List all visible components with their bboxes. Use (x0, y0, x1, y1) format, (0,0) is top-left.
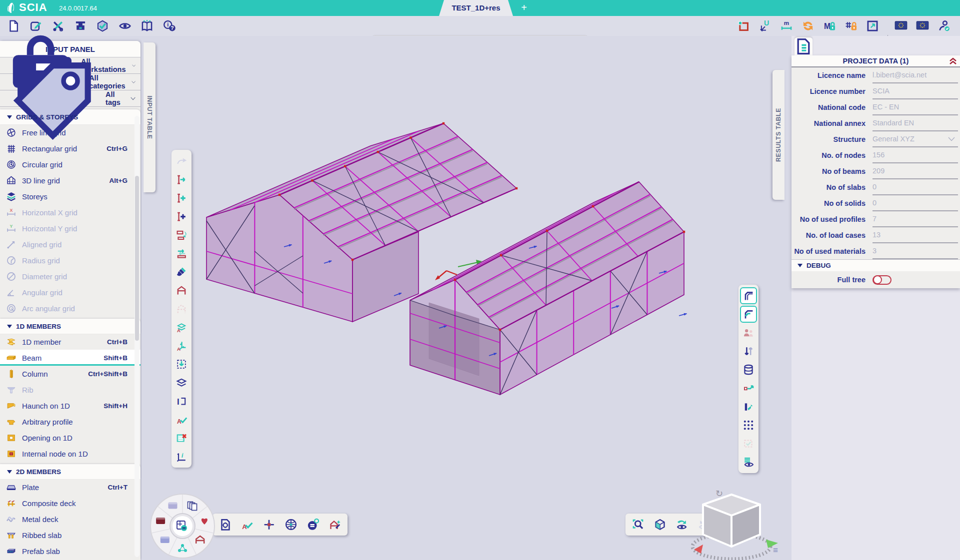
dots-grid-icon (742, 419, 754, 431)
add-point-button[interactable] (174, 190, 190, 206)
property-value[interactable]: General XYZ (872, 131, 958, 147)
wheel-box-icon[interactable] (168, 502, 177, 509)
validate-cube-button[interactable] (93, 17, 112, 35)
frame-button[interactable] (174, 282, 190, 298)
delete-table-button[interactable] (174, 430, 190, 446)
eu-code-button[interactable] (892, 17, 910, 35)
sidebar-item-3d-line-grid[interactable]: 3D line gridAlt+G (0, 172, 140, 188)
sidebar-item-internal-node-on-1d[interactable]: Internal node on 1D (0, 446, 140, 462)
project-data-title: PROJECT DATA (1) (806, 57, 946, 65)
move-point-button[interactable] (174, 171, 190, 187)
sidebar-item-haunch-on-1d[interactable]: Haunch on 1DShift+H (0, 398, 140, 414)
units-button[interactable]: m (777, 17, 796, 35)
refresh-button[interactable] (798, 17, 818, 35)
plate-icon (6, 482, 16, 493)
view-eye-button[interactable] (116, 17, 134, 35)
sidebar-item-arbitrary-profile[interactable]: Arbitrary profile (0, 414, 140, 430)
sidebar-item-ribbed-slab[interactable]: Ribbed slab (0, 527, 140, 543)
layers-frame-button[interactable]: A (174, 319, 190, 335)
calculation-button[interactable] (304, 516, 322, 533)
design-wizard-button[interactable] (326, 516, 344, 533)
report-document-button[interactable] (216, 516, 234, 533)
rotate-view-icon[interactable]: ↻ (716, 488, 723, 499)
document-tab[interactable]: TEST_1D+res (439, 0, 513, 16)
sidebar-item-1d-member[interactable]: 1D memberCtrl+B (0, 334, 140, 350)
value-text: l.bibert@scia.net (872, 71, 926, 79)
sidebar-item-column[interactable]: ColumnCtrl+Shift+B (0, 366, 140, 382)
new-tab-button[interactable]: + (518, 2, 530, 13)
steel-connection-button[interactable] (740, 288, 756, 304)
property-row-licence-number: Licence numberSCIA (792, 83, 960, 99)
selection-rectangle-button[interactable] (734, 17, 753, 35)
svg-text:I: I (177, 397, 180, 407)
ucs-button[interactable]: U (756, 17, 774, 35)
zoom-selection-button[interactable] (630, 516, 646, 533)
layers-button[interactable] (174, 375, 190, 391)
project-data-tab[interactable] (794, 37, 812, 55)
wheel-slab-icon[interactable] (160, 537, 170, 543)
input-panel-scrollbar[interactable] (134, 116, 140, 557)
scrollbar-thumb[interactable] (135, 176, 139, 341)
globe-button[interactable] (282, 516, 300, 533)
sidebar-item-plate[interactable]: PlateCtrl+T (0, 479, 140, 495)
selection-check-icon (742, 438, 754, 450)
item-label: Ribbed slab (22, 531, 62, 540)
sidebar-item-beam[interactable]: BeamShift+B (0, 350, 140, 366)
layers-eye-button[interactable] (740, 454, 756, 470)
wheel-beam-icon[interactable] (156, 518, 165, 524)
rename-button[interactable]: I (174, 393, 190, 409)
help-button[interactable]: i? (160, 17, 179, 35)
units-icon: m (780, 19, 793, 32)
property-label: National code (792, 103, 872, 111)
check-member-button[interactable]: A (174, 412, 190, 428)
section-title: GRIDS & STOREYS (16, 113, 78, 121)
item-label: 1D member (22, 338, 61, 346)
database-button[interactable] (740, 362, 756, 378)
report-document-icon (218, 518, 232, 531)
filter-label: All tags (106, 90, 124, 106)
connect-members-button[interactable] (260, 516, 278, 533)
view-cube-button[interactable] (652, 516, 668, 533)
collapse-panel-icon[interactable] (946, 56, 960, 65)
copy-rotate-button[interactable] (174, 227, 190, 243)
model-lock-button[interactable]: M (820, 17, 839, 35)
layers-frame-icon: A (176, 321, 188, 333)
viewcube-body[interactable] (703, 495, 760, 547)
sort-updown-button[interactable] (740, 343, 756, 359)
member-axis-button[interactable]: A (174, 338, 190, 354)
view-cube[interactable] (684, 491, 779, 560)
eu-annex-button[interactable] (913, 17, 932, 35)
sidebar-item-storeys[interactable]: Storeys (0, 188, 140, 204)
bolted-connection-button[interactable] (740, 306, 756, 322)
sidebar-item-prefab-slab[interactable]: Prefab slab (0, 543, 140, 559)
full-tree-toggle[interactable] (872, 275, 892, 285)
book-button[interactable] (138, 17, 156, 35)
sidebar-item-composite-deck[interactable]: Composite deck (0, 495, 140, 511)
insert-point-button[interactable] (174, 208, 190, 224)
chevron-down-icon (130, 96, 136, 101)
model-3d-view[interactable]: INPUT TABLE RESULTS TABLE AAIAi A ↻ ≡ (142, 36, 792, 560)
section-header-2d-members[interactable]: 2D MEMBERS (0, 464, 140, 479)
fit-view-button[interactable] (863, 17, 882, 35)
workstation-wheel[interactable] (149, 493, 216, 560)
node-link-button[interactable] (740, 380, 756, 396)
input-table-tab[interactable]: INPUT TABLE (144, 42, 156, 192)
user-check-button[interactable] (934, 17, 954, 35)
member-link-button[interactable] (740, 399, 756, 415)
results-table-tab[interactable]: RESULTS TABLE (772, 70, 784, 200)
axis-info-button[interactable]: i (174, 449, 190, 465)
viewcube-menu-icon[interactable]: ≡ (773, 546, 778, 556)
filter-all-tags[interactable]: All tags (0, 90, 140, 107)
section-header-1d-members[interactable]: 1D MEMBERS (0, 319, 140, 334)
check-structure-button[interactable]: A (238, 516, 256, 533)
sidebar-item-circular-grid[interactable]: Circular grid (0, 156, 140, 172)
debug-section-header[interactable]: DEBUG (792, 259, 960, 271)
dots-grid-button[interactable] (740, 417, 756, 433)
paintbrush-button[interactable] (174, 264, 190, 280)
sidebar-item-metal-deck[interactable]: Metal deck (0, 511, 140, 527)
move-member-button[interactable] (174, 245, 190, 261)
grid-snap-lock-button[interactable] (842, 17, 860, 35)
sidebar-item-opening-on-1d[interactable]: Opening on 1D (0, 430, 140, 446)
structure-model[interactable] (159, 36, 792, 560)
import-box-button[interactable] (174, 356, 190, 372)
